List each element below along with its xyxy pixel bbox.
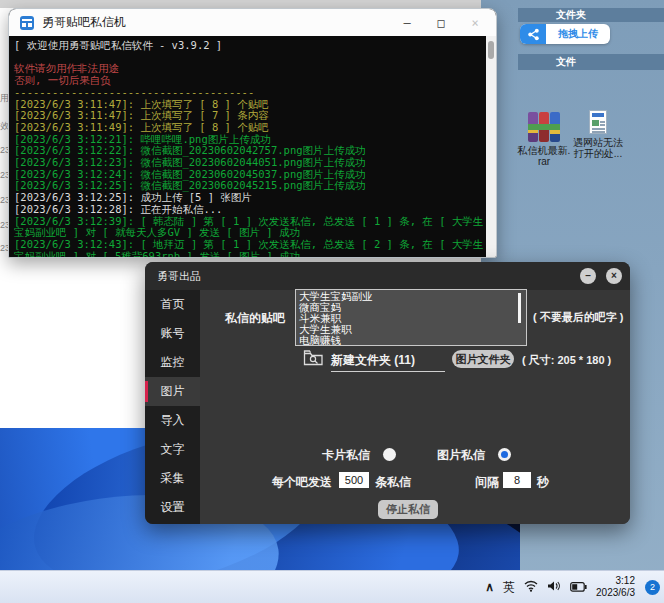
- send-count-input[interactable]: 500: [339, 472, 369, 488]
- size-note: ( 尺寸: 205 * 180 ): [522, 353, 611, 368]
- folder-name-underline: [331, 371, 445, 372]
- interval-label: 间隔: [475, 474, 499, 491]
- sidebar-item[interactable]: 文字: [145, 435, 200, 464]
- send-per-bar-label: 每个吧发送: [272, 474, 332, 491]
- dialog-titlebar[interactable]: [145, 262, 630, 290]
- sidebar-item[interactable]: 导入: [145, 406, 200, 435]
- background-window-titlebar: [0, 0, 481, 8]
- folder-search-icon: [303, 349, 324, 370]
- volume-icon[interactable]: [547, 578, 561, 596]
- sidebar-item[interactable]: 监控: [145, 348, 200, 377]
- drag-upload-label: 拖拽上传: [546, 27, 610, 41]
- ime-indicator[interactable]: 英: [503, 579, 515, 596]
- interval-input[interactable]: 8: [503, 472, 531, 488]
- tieba-label: 私信的贴吧: [225, 310, 285, 327]
- stop-dm-button[interactable]: 停止私信: [378, 500, 438, 519]
- clock-time: 3:12: [616, 575, 635, 586]
- winrar-icon: [528, 112, 560, 142]
- taskbar-clock[interactable]: 3:12 2023/6/3: [596, 575, 635, 599]
- sidebar-item[interactable]: 采集: [145, 464, 200, 493]
- wifi-icon[interactable]: [524, 578, 538, 596]
- tieba-textarea[interactable]: 大学生宝妈副业微商宝妈斗米兼职大学生兼职电脑赚钱: [295, 289, 527, 346]
- system-tray: ∧ 英 3:: [485, 571, 660, 603]
- drag-upload-button[interactable]: 拖拽上传: [520, 24, 610, 44]
- close-button[interactable]: ×: [458, 16, 492, 30]
- console-title: 勇哥贴吧私信机: [42, 14, 126, 31]
- battery-icon[interactable]: [570, 578, 587, 596]
- image-folder-button[interactable]: 图片文件夹: [452, 350, 514, 368]
- sidebar-item[interactable]: 图片: [145, 377, 200, 406]
- document-icon: [589, 110, 607, 134]
- sidebar-item[interactable]: 设置: [145, 493, 200, 522]
- dialog-title: 勇哥出品: [157, 269, 201, 284]
- maximize-button[interactable]: □: [424, 16, 458, 30]
- tray-expand-icon[interactable]: ∧: [485, 580, 494, 594]
- upload-file-bar: 文件: [518, 54, 664, 70]
- dialog-minimize-button[interactable]: –: [580, 268, 596, 284]
- sidebar-item[interactable]: 首页: [145, 290, 200, 319]
- image-folder-name[interactable]: 新建文件夹 (11): [331, 352, 415, 369]
- notification-badge[interactable]: 2: [645, 580, 660, 595]
- image-dm-radio[interactable]: [498, 448, 511, 461]
- share-nodes-icon: [520, 24, 546, 44]
- image-dm-label: 图片私信: [437, 447, 485, 464]
- console-scrollbar[interactable]: [486, 36, 496, 257]
- desktop-icon-label: 遇网站无法打开的处...: [570, 137, 626, 159]
- card-dm-radio[interactable]: [383, 448, 396, 461]
- tieba-note: ( 不要最后的吧字 ): [533, 310, 623, 325]
- desktop-icon-doc[interactable]: 遇网站无法打开的处...: [570, 110, 626, 159]
- scrollbar-thumb[interactable]: [488, 41, 494, 59]
- send-unit-label: 条私信: [375, 474, 411, 491]
- desktop-icon-rar[interactable]: 私信机最新.rar: [516, 112, 572, 167]
- taskbar: ∧ 英 3:: [0, 570, 664, 603]
- dialog-sidebar: 首页账号监控图片导入文字采集设置: [145, 290, 200, 524]
- console-app-icon: [20, 16, 34, 30]
- desktop-icon-label: 私信机最新.rar: [516, 145, 572, 167]
- interval-unit-label: 秒: [537, 474, 549, 491]
- card-dm-label: 卡片私信: [322, 447, 370, 464]
- dialog-window: 勇哥出品 – × 首页账号监控图片导入文字采集设置 私信的贴吧 大学生宝妈副业微…: [145, 262, 630, 524]
- textarea-scrollbar[interactable]: [518, 293, 521, 323]
- minimize-button[interactable]: –: [390, 16, 424, 30]
- sidebar-item[interactable]: 账号: [145, 319, 200, 348]
- console-titlebar[interactable]: 勇哥贴吧私信机 – □ ×: [9, 9, 496, 36]
- desktop: 用数效日23/23/23/23/23/ 文件夹 拖拽上传 文件 私信机最新.ra…: [0, 0, 664, 603]
- console-window: 勇哥贴吧私信机 – □ × [ 欢迎使用勇哥贴吧私信软件 - v3.9.2 ] …: [8, 8, 497, 258]
- dialog-close-button[interactable]: ×: [606, 268, 622, 284]
- console-output: [ 欢迎使用勇哥贴吧私信软件 - v3.9.2 ] 软件请勿用作非法用途否则, …: [9, 36, 486, 257]
- upload-folder-bar: 文件夹: [518, 8, 664, 22]
- clock-date: 2023/6/3: [596, 587, 635, 598]
- tieba-lines: 大学生宝妈副业微商宝妈斗米兼职大学生兼职电脑赚钱: [299, 291, 516, 346]
